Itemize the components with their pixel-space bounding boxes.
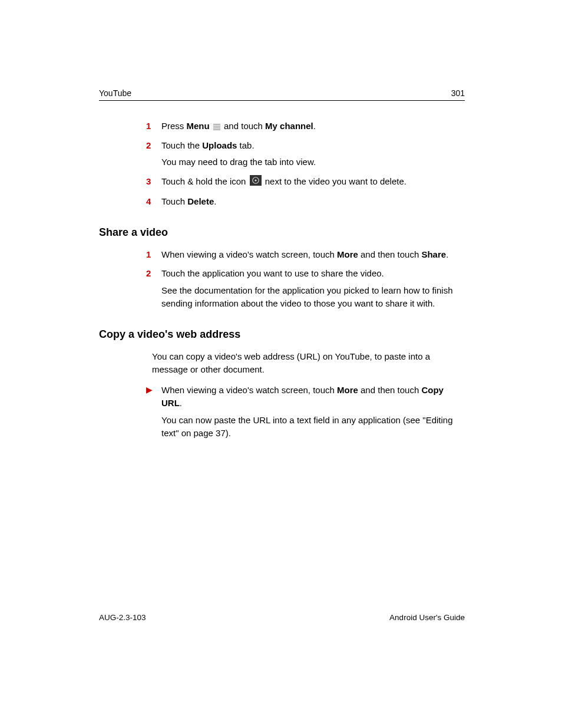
step-text: Touch	[161, 196, 187, 206]
bold-term: More	[337, 385, 358, 395]
step-text: and then touch	[358, 385, 422, 395]
step-text: .	[313, 121, 316, 131]
step-body: Touch & hold the icon next to the video …	[161, 175, 465, 190]
step-text: Touch the	[161, 140, 202, 150]
step-number: 1	[146, 120, 161, 133]
step-body: Touch the Uploads tab.You may need to dr…	[161, 139, 465, 169]
bold-term: My channel	[265, 121, 313, 131]
delete-video-steps: 1Press Menu and touch My channel.2Touch …	[146, 120, 465, 209]
share-video-steps: 1When viewing a video's watch screen, to…	[146, 248, 465, 311]
step-text: .	[446, 249, 448, 259]
step-text: next to the video you want to delete.	[263, 176, 406, 186]
copy-url-steps: ▶When viewing a video's watch screen, to…	[146, 384, 465, 440]
footer-doc-id: AUG-2.3-103	[99, 613, 146, 622]
header-section-title: YouTube	[99, 88, 131, 98]
step-text: When viewing a video's watch screen, tou…	[161, 249, 337, 259]
svg-point-6	[254, 179, 256, 181]
copy-url-intro: You can copy a video's web address (URL)…	[152, 350, 465, 377]
page-footer: AUG-2.3-103 Android User's Guide	[99, 613, 465, 622]
step-body: When viewing a video's watch screen, tou…	[161, 384, 465, 440]
step-text: .	[214, 196, 216, 206]
step-item: 1When viewing a video's watch screen, to…	[146, 248, 465, 262]
step-body: Touch the application you want to use to…	[161, 267, 465, 311]
step-item: 3Touch & hold the icon next to the video…	[146, 175, 465, 190]
bullet-triangle-icon: ▶	[146, 384, 161, 396]
step-text: Press	[161, 121, 187, 131]
step-number: 1	[146, 248, 161, 262]
step-body: Touch Delete.	[161, 195, 465, 209]
step-item: 4Touch Delete.	[146, 195, 465, 209]
bold-term: Uploads	[202, 140, 237, 150]
bold-term: Delete	[187, 196, 214, 206]
step-text: .	[180, 398, 182, 408]
step-subtext: See the documentation for the applicatio…	[161, 284, 465, 311]
step-subtext: You may need to drag the tab into view.	[161, 156, 465, 169]
step-text: Touch the application you want to use to…	[161, 268, 384, 278]
step-text: tab.	[237, 140, 254, 150]
menu-icon	[213, 124, 221, 130]
step-item: 1Press Menu and touch My channel.	[146, 120, 465, 133]
bold-term: Menu	[187, 121, 210, 131]
step-item: 2Touch the application you want to use t…	[146, 267, 465, 311]
bold-term: More	[337, 249, 358, 259]
footer-doc-title: Android User's Guide	[389, 613, 465, 622]
video-options-icon	[250, 175, 262, 190]
step-number: 4	[146, 195, 161, 209]
step-text: When viewing a video's watch screen, tou…	[161, 385, 337, 395]
step-number: 2	[146, 139, 161, 153]
step-item: 2Touch the Uploads tab.You may need to d…	[146, 139, 465, 169]
section-heading-copy-url: Copy a video's web address	[99, 328, 465, 341]
step-body: When viewing a video's watch screen, tou…	[161, 248, 465, 262]
step-subtext: You can now paste the URL into a text fi…	[161, 414, 465, 440]
step-text	[210, 121, 212, 131]
step-text: and touch	[222, 121, 265, 131]
step-item: ▶When viewing a video's watch screen, to…	[146, 384, 465, 440]
step-text: Touch & hold the icon	[161, 176, 249, 186]
step-number: 3	[146, 175, 161, 189]
page-header: YouTube 301	[99, 88, 465, 101]
bold-term: Share	[421, 249, 446, 259]
step-text: and then touch	[358, 249, 422, 259]
step-number: 2	[146, 267, 161, 281]
section-heading-share: Share a video	[99, 226, 465, 239]
header-page-number: 301	[451, 88, 465, 98]
step-body: Press Menu and touch My channel.	[161, 120, 465, 133]
